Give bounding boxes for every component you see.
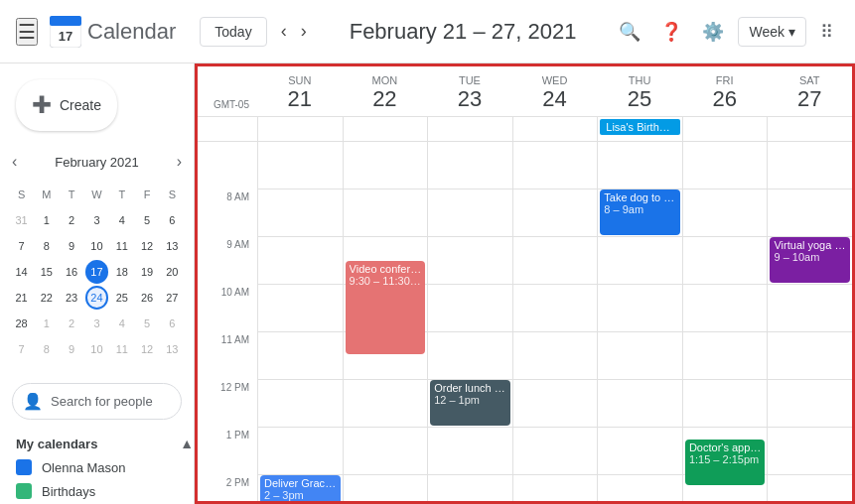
day-header[interactable]: THU25: [597, 66, 682, 116]
time-slot: [198, 142, 257, 189]
mini-cal-day[interactable]: 3: [85, 312, 109, 335]
mini-cal-day[interactable]: 2: [60, 208, 82, 232]
day-header[interactable]: SAT27: [767, 66, 852, 116]
mini-cal-day[interactable]: 20: [161, 260, 184, 284]
mini-cal-day[interactable]: 28: [10, 312, 33, 335]
time-slot: 2 PM: [198, 475, 257, 501]
next-button[interactable]: ›: [295, 17, 313, 46]
calendar-event[interactable]: Video conference9:30 – 11:30am: [346, 261, 426, 354]
date-range: February 21 – 27, 2021: [321, 19, 606, 45]
mini-cal-day[interactable]: 11: [110, 234, 133, 258]
calendar-checkbox[interactable]: [16, 483, 32, 499]
day-number: 23: [431, 86, 508, 112]
mini-cal-day[interactable]: 8: [35, 234, 58, 258]
mini-cal-day[interactable]: 31: [10, 208, 33, 232]
mini-cal-day[interactable]: 17: [85, 260, 109, 284]
calendar-event[interactable]: Doctor's appoint...1:15 – 2:15pm: [685, 440, 766, 485]
my-calendars-list: Olenna MasonBirthdaysRemindersTasks: [16, 455, 194, 504]
mini-cal-day[interactable]: 27: [161, 286, 184, 310]
allday-event[interactable]: Lisa's Birthday: [600, 119, 680, 135]
prev-button[interactable]: ‹: [275, 17, 293, 46]
mini-cal-day[interactable]: 19: [135, 260, 158, 284]
mini-cal-day[interactable]: 18: [110, 260, 133, 284]
mini-cal-day[interactable]: 22: [35, 286, 58, 310]
mini-cal-day[interactable]: 4: [110, 208, 133, 232]
hour-line: [513, 428, 598, 475]
mini-cal-day[interactable]: 12: [135, 337, 158, 361]
mini-cal-day[interactable]: 4: [110, 312, 133, 335]
day-grid-column: Take dog to the...8 – 9am: [597, 142, 682, 501]
mini-cal-day[interactable]: 15: [35, 260, 58, 284]
calendar-checkbox[interactable]: [16, 459, 32, 475]
search-button[interactable]: 🔍: [613, 15, 646, 49]
hour-line: [513, 332, 598, 380]
day-header[interactable]: TUE23: [427, 66, 512, 116]
mini-cal-day[interactable]: 8: [35, 337, 58, 361]
nav-arrows: ‹ ›: [275, 17, 313, 46]
day-number: 26: [686, 86, 764, 112]
mini-cal-day[interactable]: 26: [135, 286, 158, 310]
mini-cal-day[interactable]: 9: [60, 234, 82, 258]
hour-line: [428, 475, 512, 501]
gmt-label: GMT-05: [198, 66, 257, 116]
search-people-box[interactable]: 👤 Search for people: [12, 383, 182, 420]
hour-line: [428, 189, 512, 237]
calendar-item[interactable]: Birthdays: [16, 479, 194, 503]
mini-cal-day[interactable]: 1: [35, 208, 58, 232]
today-button[interactable]: Today: [200, 17, 266, 47]
create-button[interactable]: ✚ Create: [16, 79, 117, 131]
hour-line: [768, 189, 852, 237]
settings-button[interactable]: ⚙️: [696, 15, 730, 49]
mini-cal-day[interactable]: 3: [85, 208, 109, 232]
mini-cal-day[interactable]: 1: [35, 312, 58, 335]
day-header[interactable]: WED24: [512, 66, 598, 116]
mini-cal-day[interactable]: 14: [10, 260, 33, 284]
calendar-event[interactable]: Deliver Grace's c...2 – 3pm: [260, 475, 341, 501]
mini-cal-day[interactable]: 9: [60, 337, 82, 361]
calendar-event[interactable]: Order lunch for c...12 – 1pm: [430, 380, 510, 426]
calendar-event[interactable]: Virtual yoga cla...9 – 10am: [770, 237, 850, 283]
help-button[interactable]: ❓: [654, 15, 688, 49]
mini-cal-day[interactable]: 12: [135, 234, 158, 258]
mini-cal-day[interactable]: 2: [60, 312, 82, 335]
calendar-event[interactable]: Take dog to the...8 – 9am: [600, 189, 680, 235]
view-selector[interactable]: Week ▾: [738, 17, 806, 47]
mini-cal-day[interactable]: 5: [135, 312, 158, 335]
day-name: TUE: [431, 74, 508, 86]
mini-cal-next[interactable]: ›: [173, 151, 186, 173]
calendar-item[interactable]: Olenna Mason: [16, 455, 194, 479]
mini-cal-day[interactable]: 16: [60, 260, 82, 284]
mini-cal-day[interactable]: 13: [161, 234, 184, 258]
time-label: 11 AM: [221, 334, 249, 345]
day-header[interactable]: FRI26: [682, 66, 768, 116]
mini-cal-day[interactable]: 21: [10, 286, 33, 310]
day-header[interactable]: MON22: [343, 66, 428, 116]
mini-cal-day[interactable]: 25: [110, 286, 133, 310]
mini-cal-day[interactable]: 5: [135, 208, 158, 232]
mini-cal-day[interactable]: 7: [10, 234, 33, 258]
apps-icon[interactable]: ⠿: [814, 15, 839, 49]
calendar-area: GMT-05 SUN21MON22TUE23WED24THU25FRI26SAT…: [195, 63, 855, 504]
mini-cal-prev[interactable]: ‹: [8, 151, 21, 173]
day-name: THU: [601, 74, 678, 86]
mini-cal-day[interactable]: 24: [85, 286, 109, 310]
menu-icon[interactable]: ☰: [16, 18, 38, 46]
mini-cal-day[interactable]: 13: [161, 337, 184, 361]
chevron-down-icon: ▾: [788, 24, 795, 40]
hour-line: [768, 142, 852, 189]
mini-cal-day[interactable]: 6: [161, 312, 184, 335]
mini-cal-day[interactable]: 23: [60, 286, 82, 310]
mini-cal-day[interactable]: 10: [85, 337, 109, 361]
mini-cal-day[interactable]: 7: [10, 337, 33, 361]
mini-cal-day[interactable]: 6: [161, 208, 184, 232]
mini-cal-day[interactable]: 11: [110, 337, 133, 361]
hour-line: [513, 285, 598, 332]
time-label: 1 PM: [226, 430, 249, 441]
mini-cal-day[interactable]: 10: [85, 234, 109, 258]
day-header[interactable]: SUN21: [257, 66, 343, 116]
mini-cal-header: ‹ February 2021 ›: [8, 147, 186, 181]
my-calendars-header[interactable]: My calendars ▲: [16, 436, 194, 451]
mini-cal-title: February 2021: [55, 155, 139, 170]
day-grid-column: Order lunch for c...12 – 1pm: [427, 142, 512, 501]
svg-rect-1: [50, 16, 81, 26]
